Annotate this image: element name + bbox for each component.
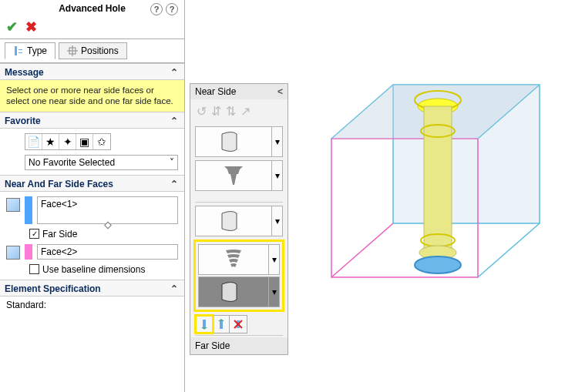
svg-marker-7 <box>201 327 207 330</box>
favorite-add-icon[interactable]: ★ <box>42 134 59 149</box>
profile-screw[interactable]: ▾ <box>195 160 283 191</box>
favorite-body: 📄 ★ ✦ ▣ ✩ No Favorite Selected ˅ <box>0 129 184 175</box>
faces-body: Face<1> ✓ Far Side Face<2> Use baseline … <box>0 192 184 280</box>
chevron-up-icon: ⌃ <box>170 116 178 126</box>
far-side-section-label[interactable]: Far Side <box>190 337 288 354</box>
ns-tool-2: ⇵ <box>211 104 221 119</box>
svg-point-26 <box>415 256 461 273</box>
viewport-3d[interactable] <box>308 77 563 308</box>
help-context-icon[interactable]: ? <box>150 3 163 15</box>
svg-line-18 <box>331 223 393 277</box>
profile-helix[interactable]: ▾ <box>198 244 280 275</box>
near-face-row: Face<1> <box>6 196 178 224</box>
cancel-icon[interactable]: ✖ <box>25 18 37 35</box>
profile-straight-2[interactable]: ▾ <box>195 206 283 236</box>
far-face-cube-icon <box>6 246 20 260</box>
chevron-down-icon: ˅ <box>170 157 174 168</box>
screw-icon <box>196 161 271 190</box>
highlighted-profiles: ▾ ▾ <box>193 240 284 312</box>
svg-rect-1 <box>18 49 22 50</box>
espec-body: Standard: <box>0 297 184 313</box>
favorite-load-icon[interactable]: ✩ <box>93 134 110 149</box>
far-face-input[interactable]: Face<2> <box>37 244 178 260</box>
chevron-down-icon[interactable]: ▾ <box>268 245 279 274</box>
tab-positions-label: Positions <box>81 45 119 56</box>
collapse-left-icon[interactable]: < <box>277 86 283 97</box>
ns-tool-1: ↺ <box>197 104 207 119</box>
chevron-up-icon: ⌃ <box>170 179 178 189</box>
ns-tool-4: ↗ <box>240 104 251 119</box>
message-group-header[interactable]: Message ⌃ <box>0 63 184 80</box>
espec-group-header[interactable]: Element Specification ⌃ <box>0 280 184 297</box>
diamond-handle-icon <box>104 221 112 229</box>
chevron-up-icon: ⌃ <box>170 67 178 78</box>
far-side-label: Far Side <box>42 229 77 240</box>
profile-straight-3[interactable]: ▾ <box>198 276 280 307</box>
svg-rect-8 <box>220 321 223 329</box>
near-side-header[interactable]: Near Side < <box>190 84 288 99</box>
favorite-new-icon[interactable]: 📄 <box>25 134 42 149</box>
baseline-checkbox[interactable] <box>29 264 39 274</box>
favorite-dropdown[interactable]: No Favorite Selected ˅ <box>25 155 178 170</box>
baseline-checkbox-row[interactable]: Use baseline dimensions <box>29 264 178 275</box>
tab-type-icon <box>13 45 24 56</box>
model-preview <box>308 77 563 308</box>
svg-rect-6 <box>203 320 206 327</box>
tab-positions[interactable]: Positions <box>59 42 127 59</box>
far-side-checkbox-row[interactable]: ✓ Far Side <box>29 229 178 240</box>
baseline-label: Use baseline dimensions <box>42 264 145 275</box>
chevron-down-icon[interactable]: ▾ <box>271 206 282 236</box>
helix-icon <box>199 245 268 274</box>
ns-tool-3: ⇅ <box>226 104 236 119</box>
tab-type[interactable]: Type <box>5 42 55 59</box>
near-face-value: Face<1> <box>41 199 77 209</box>
near-side-action-bar <box>195 315 247 333</box>
espec-header-label: Element Specification <box>5 283 101 294</box>
profile-straight[interactable]: ▾ <box>195 126 283 157</box>
chevron-down-icon[interactable]: ▾ <box>271 127 282 156</box>
favorite-group-header[interactable]: Favorite ⌃ <box>0 112 184 129</box>
faces-header-label: Near And Far Side Faces <box>5 179 113 189</box>
flag-icon <box>196 206 271 236</box>
far-face-swatch <box>25 244 32 260</box>
favorite-header-label: Favorite <box>5 116 41 126</box>
message-body: Select one or more near side faces or se… <box>0 80 184 112</box>
svg-marker-9 <box>218 319 224 321</box>
ok-icon[interactable]: ✔ <box>6 18 18 35</box>
faces-group-header[interactable]: Near And Far Side Faces ⌃ <box>0 175 184 192</box>
far-face-value: Face<2> <box>41 246 77 257</box>
favorite-icon-bar: 📄 ★ ✦ ▣ ✩ <box>25 133 111 150</box>
standard-label: Standard: <box>6 300 46 310</box>
favorite-delete-icon[interactable]: ✦ <box>59 134 76 149</box>
insert-below-icon[interactable] <box>213 316 230 333</box>
tab-type-label: Type <box>27 45 47 56</box>
tab-positions-icon <box>67 45 78 56</box>
property-manager-panel: ? ? Advanced Hole ✔ ✖ Type Positions Mes… <box>0 0 185 392</box>
delete-icon[interactable] <box>230 316 247 333</box>
far-side-checkbox[interactable]: ✓ <box>29 229 39 239</box>
ok-cancel-bar: ✔ ✖ <box>0 15 184 39</box>
far-face-row: Face<2> <box>6 244 178 260</box>
chevron-down-icon[interactable]: ▾ <box>271 161 282 190</box>
svg-rect-22 <box>424 106 452 253</box>
help-icon[interactable]: ? <box>166 3 178 15</box>
near-face-swatch <box>25 196 32 224</box>
favorite-selection-label: No Favorite Selected <box>29 157 115 168</box>
svg-rect-2 <box>18 52 22 53</box>
flag-icon <box>199 277 268 307</box>
near-face-list[interactable]: Face<1> <box>37 196 178 224</box>
message-header-label: Message <box>5 67 44 78</box>
near-side-flyout: Near Side < ↺ ⇵ ⇅ ↗ ▾ ▾ ▾ ▾ <box>190 83 288 355</box>
help-icons: ? ? <box>150 3 178 15</box>
favorite-save-icon[interactable]: ▣ <box>76 134 93 149</box>
svg-rect-0 <box>15 46 17 55</box>
near-side-toolbar: ↺ ⇵ ⇅ ↗ <box>190 99 288 123</box>
tabstrip: Type Positions <box>0 39 184 63</box>
near-side-header-label: Near Side <box>195 86 236 97</box>
chevron-up-icon: ⌃ <box>170 283 178 294</box>
chevron-down-icon[interactable]: ▾ <box>268 277 279 307</box>
insert-above-icon[interactable] <box>196 316 213 333</box>
svg-line-17 <box>478 223 540 277</box>
flag-icon <box>196 127 271 156</box>
near-face-cube-icon <box>6 198 20 212</box>
